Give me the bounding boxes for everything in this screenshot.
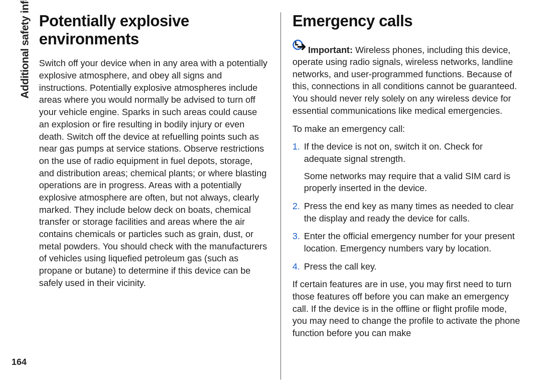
step-number: 3. (292, 230, 304, 254)
important-text: Wireless phones, including this device, … (292, 44, 517, 115)
important-note: Important: Wireless phones, including th… (292, 39, 522, 117)
list-item: 1. If the device is not on, switch it on… (292, 141, 522, 194)
heading-emergency-calls: Emergency calls (292, 12, 522, 30)
left-column: Potentially explosive environments Switc… (35, 12, 281, 380)
right-column: Emergency calls Important: Wireless phon… (281, 12, 531, 380)
step-number: 1. (292, 141, 304, 194)
paragraph-explosive-environments: Switch off your device when in any area … (39, 57, 269, 289)
list-item: 4. Press the call key. (292, 261, 522, 273)
heading-explosive-environments: Potentially explosive environments (39, 12, 269, 48)
important-icon (292, 39, 306, 55)
closing-paragraph: If certain features are in use, you may … (292, 278, 522, 339)
step-number: 2. (292, 200, 304, 224)
step-number: 4. (292, 261, 304, 273)
list-item: 3. Enter the official emergency number f… (292, 230, 522, 254)
emergency-call-intro: To make an emergency call: (292, 123, 522, 135)
step-note: Some networks may require that a valid S… (304, 170, 522, 194)
step-text: If the device is not on, switch it on. C… (304, 141, 483, 164)
step-body: If the device is not on, switch it on. C… (304, 141, 522, 194)
page-number: 164 (12, 357, 27, 367)
page-content: Potentially explosive environments Switc… (35, 12, 531, 380)
important-label: Important: (308, 44, 353, 55)
emergency-steps-list: 1. If the device is not on, switch it on… (292, 141, 522, 272)
section-sidebar-label: Additional safety information (18, 0, 31, 99)
step-text: Press the call key. (304, 261, 522, 273)
list-item: 2. Press the end key as many times as ne… (292, 200, 522, 224)
step-text: Enter the official emergency number for … (304, 230, 522, 254)
step-text: Press the end key as many times as neede… (304, 200, 522, 224)
